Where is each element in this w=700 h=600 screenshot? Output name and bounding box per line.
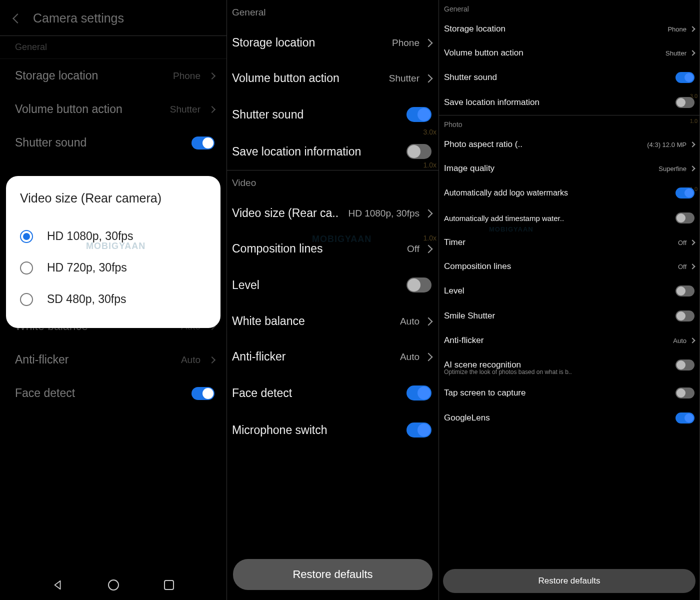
storage-location-value: Phone bbox=[173, 70, 200, 82]
video-size-label: Video size (Rear ca.. bbox=[232, 206, 338, 220]
radio-option-480p[interactable]: SD 480p, 30fps bbox=[20, 284, 206, 315]
row-anti-flicker[interactable]: Anti-flicker Auto bbox=[0, 343, 226, 376]
restore-defaults-button[interactable]: Restore defaults bbox=[233, 559, 432, 590]
storage-location-value: Phone bbox=[668, 26, 686, 33]
section-header-video: Video bbox=[227, 170, 438, 196]
row-timer[interactable]: Timer Off MOBIGYAAN bbox=[439, 230, 700, 254]
nav-back-icon[interactable] bbox=[52, 580, 64, 590]
timestamp-watermark-label: Automatically add timestamp water.. bbox=[444, 214, 564, 222]
shutter-sound-label: Shutter sound bbox=[15, 136, 86, 150]
composition-label: Composition lines bbox=[444, 262, 511, 272]
level-label: Level bbox=[444, 286, 464, 296]
face-detect-toggle[interactable] bbox=[192, 387, 214, 400]
volume-button-value: Shutter bbox=[389, 73, 420, 84]
row-save-location[interactable]: Save location information bbox=[439, 90, 700, 115]
video-size-dialog: Video size (Rear camera) HD 1080p, 30fps… bbox=[6, 176, 220, 328]
row-anti-flicker[interactable]: Anti-flicker Auto bbox=[439, 328, 700, 352]
timestamp-watermark-toggle[interactable] bbox=[676, 212, 694, 224]
save-location-toggle[interactable] bbox=[406, 144, 432, 159]
row-storage-location[interactable]: Storage location Phone bbox=[0, 59, 226, 92]
row-composition-lines[interactable]: Composition lines Off bbox=[439, 254, 700, 278]
row-storage-location[interactable]: Storage location Phone bbox=[227, 25, 438, 60]
row-level[interactable]: Level bbox=[439, 278, 700, 304]
section-header-photo: Photo bbox=[439, 116, 700, 132]
shutter-sound-toggle[interactable] bbox=[676, 72, 694, 83]
chevron-right-icon bbox=[424, 244, 433, 253]
zoom-hint: 1.0x bbox=[424, 161, 436, 169]
row-volume-button[interactable]: Volume button action Shutter bbox=[0, 92, 226, 126]
row-shutter-sound[interactable]: Shutter sound bbox=[227, 96, 438, 133]
row-shutter-sound[interactable]: Shutter sound bbox=[0, 126, 226, 160]
radio-icon[interactable] bbox=[20, 230, 33, 243]
anti-flicker-value: Auto bbox=[181, 354, 200, 366]
ai-scene-subtitle: Optimize the look of photos based on wha… bbox=[439, 368, 700, 380]
row-image-quality[interactable]: Image quality Superfine bbox=[439, 156, 700, 180]
row-video-size[interactable]: Video size (Rear ca.. HD 1080p, 30fps bbox=[227, 196, 438, 231]
timer-label: Timer bbox=[444, 238, 466, 248]
section-header-general: General bbox=[0, 36, 226, 59]
chevron-right-icon bbox=[424, 209, 433, 218]
restore-defaults-button[interactable]: Restore defaults bbox=[443, 569, 696, 593]
row-face-detect[interactable]: Face detect bbox=[227, 374, 438, 412]
google-lens-toggle[interactable] bbox=[676, 412, 694, 424]
row-storage-location[interactable]: Storage location Phone bbox=[439, 17, 700, 41]
microphone-label: Microphone switch bbox=[232, 424, 327, 437]
tap-capture-label: Tap screen to capture bbox=[444, 388, 526, 398]
level-toggle[interactable] bbox=[676, 286, 694, 296]
nav-recents-icon[interactable] bbox=[164, 580, 174, 590]
section-header-general: General bbox=[227, 0, 438, 25]
page-title: Camera settings bbox=[33, 11, 124, 26]
chevron-right-icon bbox=[690, 240, 695, 245]
volume-button-value: Shutter bbox=[666, 50, 686, 57]
radio-option-720p[interactable]: HD 720p, 30fps bbox=[20, 252, 206, 284]
smile-shutter-toggle[interactable] bbox=[676, 310, 694, 322]
row-shutter-sound[interactable]: Shutter sound bbox=[439, 65, 700, 90]
row-composition-lines[interactable]: Composition lines Off MOBIGYAAN bbox=[227, 231, 438, 266]
row-volume-button[interactable]: Volume button action Shutter bbox=[227, 60, 438, 96]
chevron-right-icon bbox=[424, 352, 433, 361]
chevron-right-icon bbox=[208, 356, 216, 363]
ai-scene-toggle[interactable] bbox=[676, 360, 694, 370]
row-aspect-ratio[interactable]: Photo aspect ratio (.. (4:3) 12.0 MP bbox=[439, 132, 700, 156]
chevron-right-icon bbox=[208, 106, 216, 112]
aspect-ratio-value: (4:3) 12.0 MP bbox=[647, 141, 686, 148]
row-smile-shutter[interactable]: Smile Shutter bbox=[439, 304, 700, 328]
face-detect-toggle[interactable] bbox=[406, 386, 432, 400]
radio-icon[interactable] bbox=[20, 262, 33, 274]
row-volume-button[interactable]: Volume button action Shutter bbox=[439, 41, 700, 65]
row-level[interactable]: Level bbox=[227, 266, 438, 304]
row-anti-flicker[interactable]: Anti-flicker Auto bbox=[227, 339, 438, 374]
chevron-right-icon bbox=[690, 26, 695, 32]
chevron-right-icon bbox=[424, 317, 433, 326]
row-face-detect[interactable]: Face detect bbox=[0, 376, 226, 410]
row-timestamp-watermark[interactable]: Automatically add timestamp water.. bbox=[439, 206, 700, 230]
row-microphone-switch[interactable]: Microphone switch bbox=[227, 412, 438, 448]
chevron-right-icon bbox=[424, 38, 433, 47]
shutter-sound-toggle[interactable] bbox=[192, 136, 214, 150]
shutter-sound-toggle[interactable] bbox=[406, 107, 432, 122]
android-navbar bbox=[0, 570, 226, 600]
back-icon[interactable] bbox=[12, 14, 22, 24]
composition-value: Off bbox=[678, 263, 686, 270]
volume-button-label: Volume button action bbox=[232, 72, 340, 85]
level-toggle[interactable] bbox=[406, 278, 432, 292]
shutter-sound-label: Shutter sound bbox=[232, 108, 304, 122]
save-location-label: Save location information bbox=[444, 98, 540, 108]
level-label: Level bbox=[232, 278, 260, 292]
nav-home-icon[interactable] bbox=[108, 580, 119, 590]
tap-capture-toggle[interactable] bbox=[676, 388, 694, 398]
logo-watermark-toggle[interactable] bbox=[676, 188, 694, 198]
row-logo-watermark[interactable]: Automatically add logo watermarks bbox=[439, 180, 700, 206]
anti-flicker-label: Anti-flicker bbox=[444, 336, 484, 346]
row-tap-capture[interactable]: Tap screen to capture bbox=[439, 380, 700, 406]
row-save-location[interactable]: Save location information bbox=[227, 133, 438, 170]
radio-label: HD 1080p, 30fps bbox=[47, 230, 134, 243]
face-detect-label: Face detect bbox=[15, 386, 75, 400]
radio-option-1080p[interactable]: HD 1080p, 30fps bbox=[20, 220, 206, 252]
row-white-balance[interactable]: White balance Auto bbox=[227, 304, 438, 339]
row-google-lens[interactable]: GoogleLens bbox=[439, 406, 700, 430]
image-quality-label: Image quality bbox=[444, 164, 494, 174]
microphone-toggle[interactable] bbox=[406, 422, 432, 438]
save-location-toggle[interactable] bbox=[676, 97, 694, 108]
radio-icon[interactable] bbox=[20, 293, 33, 306]
